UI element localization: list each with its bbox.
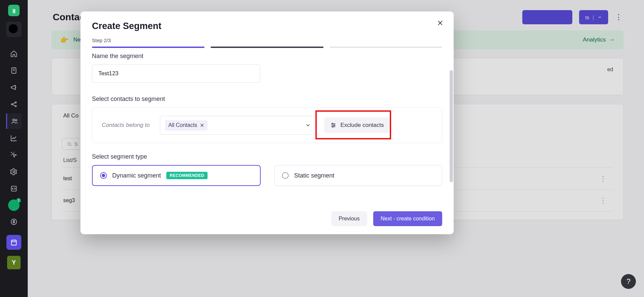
chart-line-icon [10,134,18,142]
static-segment-card[interactable]: Static segment [274,165,442,186]
exclude-contacts-button[interactable]: Exclude contacts [324,117,390,133]
sidebar-avatar-wrap[interactable]: 1 [6,197,22,213]
sliders-icon [330,122,336,128]
type-section-label: Select segment type [92,153,442,160]
sidebar-billing[interactable] [6,214,22,230]
sidebar-analytics[interactable] [6,130,22,146]
sidebar-click[interactable] [6,147,22,163]
svg-point-31 [332,126,333,127]
previous-button[interactable]: Previous [331,211,367,226]
sidebar-calendar[interactable] [6,235,21,250]
chip-remove-button[interactable]: ✕ [200,122,204,129]
name-section-label: Name the segment [92,53,442,60]
sidebar-contacts[interactable] [6,113,22,129]
help-fab[interactable]: ? [621,274,636,289]
sidebar-embed[interactable] [6,181,22,196]
search-icon [6,22,22,37]
sidebar-search-button[interactable] [6,22,22,37]
chip-label: All Contacts [168,122,197,128]
dynamic-label: Dynamic segment [112,172,161,179]
modal-title: Create Segment [92,21,442,31]
dynamic-segment-card[interactable]: Dynamic segment RECOMMENDED [92,165,261,186]
chevron-down-icon [305,122,311,128]
users-icon [11,117,18,125]
next-button[interactable]: Next - create condition [373,211,442,226]
belong-label: Contacts belong to [102,122,152,129]
cursor-click-icon [10,151,18,159]
sidebar-home[interactable] [6,46,22,61]
clipboard-icon [10,67,18,74]
segment-type-options: Dynamic segment RECOMMENDED Static segme… [92,165,442,186]
svg-point-5 [11,104,13,105]
create-segment-modal: Create Segment Step 2/3 Name the segment… [80,11,454,234]
app-logo[interactable]: ||| [8,5,20,16]
workspace-switcher[interactable]: Y [7,256,21,269]
svg-line-1 [17,32,20,35]
sidebar-campaigns[interactable] [6,80,22,95]
svg-point-6 [15,102,17,103]
code-block-icon [10,185,18,192]
segment-name-input[interactable] [92,64,260,83]
modal-close-button[interactable] [437,20,444,28]
svg-point-10 [13,119,15,121]
static-radio[interactable] [282,172,289,179]
recommended-badge: RECOMMENDED [166,172,208,179]
static-label: Static segment [294,172,334,179]
scrollbar[interactable] [450,70,453,182]
modal-footer: Previous Next - create condition [80,205,454,234]
svg-line-8 [13,103,15,104]
sidebar-automations[interactable] [6,97,22,112]
svg-point-15 [13,171,15,173]
contacts-belong-box: Contacts belong to All Contacts ✕ Exclud… [92,107,442,143]
svg-line-12 [11,152,12,153]
calendar-icon [10,239,18,246]
gear-icon [10,168,18,176]
contacts-section-label: Select contacts to segment [92,96,442,103]
share-nodes-icon [10,101,18,108]
close-icon [437,20,444,26]
avatar-badge: 1 [16,198,21,203]
svg-point-30 [334,125,335,126]
sidebar-settings[interactable] [6,164,22,180]
app-logo-text: ||| [13,8,15,13]
svg-point-7 [15,106,17,107]
home-icon [10,50,18,57]
modal-step-label: Step 2/3 [80,34,454,47]
dynamic-radio[interactable] [100,172,107,179]
contacts-chip: All Contacts ✕ [165,120,208,131]
megaphone-icon [10,84,18,91]
modal-header: Create Segment [80,11,454,34]
contacts-multiselect[interactable]: All Contacts ✕ [160,116,317,135]
app-sidebar: ||| 1 Y [0,0,28,297]
svg-point-0 [9,24,18,33]
svg-point-11 [15,119,17,121]
sidebar-forms[interactable] [6,63,22,78]
svg-point-29 [332,123,333,124]
exclude-label: Exclude contacts [340,122,384,129]
modal-body: Name the segment Select contacts to segm… [80,48,454,205]
dollar-circle-icon [10,218,18,225]
svg-rect-18 [11,240,17,245]
svg-line-9 [13,105,15,106]
avatar: 1 [8,199,20,211]
